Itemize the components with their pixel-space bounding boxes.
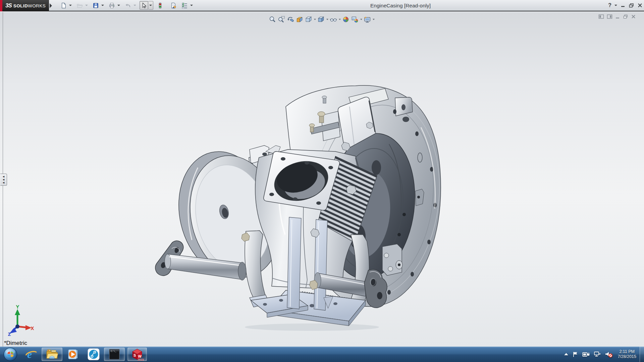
open-document-button[interactable] — [75, 1, 84, 10]
svg-text:2015: 2015 — [138, 358, 144, 361]
logo-mark: 3S — [5, 2, 12, 9]
solidworks-window: 3S SOLIDWORKS — [0, 0, 644, 362]
print-caret[interactable] — [116, 1, 121, 10]
restore-icon — [629, 3, 634, 8]
svg-text:e: e — [27, 348, 32, 360]
triad-x-label: X — [31, 326, 34, 331]
restore-button[interactable] — [629, 2, 634, 9]
print-button[interactable] — [107, 1, 116, 10]
undo-icon — [125, 2, 131, 9]
rebuild-button[interactable] — [156, 1, 164, 10]
system-tray: 2:11 PM 7/28/2015 — [562, 347, 644, 362]
close-button[interactable] — [637, 2, 643, 9]
file-properties-button[interactable] — [169, 1, 178, 10]
windows-taskbar: e — [0, 347, 644, 362]
minimize-icon — [620, 3, 626, 8]
print-icon — [109, 2, 115, 9]
select-tool-caret[interactable] — [148, 1, 153, 10]
save-button[interactable] — [91, 1, 100, 10]
save-icon — [93, 2, 99, 9]
svg-text:S: S — [133, 353, 136, 357]
taskbar-solidworks[interactable]: S W 2015 — [127, 348, 147, 361]
engine-casing-model[interactable] — [0, 12, 644, 347]
taskbar-internet-explorer[interactable]: e — [23, 347, 39, 362]
solidworks-2015-icon: S W 2015 — [130, 348, 144, 361]
network-status-icon[interactable] — [594, 351, 601, 357]
new-document-icon — [60, 2, 67, 9]
options-caret[interactable] — [189, 1, 194, 10]
chevron-up-icon — [564, 353, 569, 356]
internet-explorer-icon: e — [25, 348, 38, 361]
help-caret[interactable] — [614, 2, 617, 9]
triad-y-label: Y — [16, 305, 19, 309]
options-checklist-icon — [181, 2, 188, 9]
show-hidden-icons-button[interactable] — [564, 353, 569, 356]
taskbar-windows-explorer[interactable] — [42, 348, 62, 361]
close-icon — [637, 3, 643, 8]
help-button[interactable]: ? — [608, 2, 611, 9]
action-center-button[interactable] — [573, 351, 578, 357]
new-document-button[interactable] — [59, 1, 68, 10]
show-desktop-button[interactable] — [640, 347, 644, 362]
command-prompt-glyph: C:\_ — [111, 350, 116, 353]
connected-nodes-icon — [88, 348, 100, 360]
open-document-icon — [76, 2, 83, 9]
network-icon — [594, 351, 601, 357]
window-controls: ? — [608, 2, 643, 9]
intake-flange-plate[interactable] — [264, 152, 339, 210]
graphics-viewport[interactable]: ◀◀◀ — [0, 12, 644, 347]
file-properties-icon — [170, 2, 177, 9]
options-button[interactable] — [180, 1, 189, 10]
battery-plug-icon — [582, 352, 590, 357]
new-document-caret[interactable] — [68, 1, 73, 10]
windows-explorer-icon — [46, 349, 58, 360]
volume-muted-icon[interactable] — [605, 351, 613, 358]
taskbar-connected-nodes-app[interactable] — [86, 347, 101, 362]
document-title: EngineCasing [Read-only] — [370, 3, 431, 9]
save-caret[interactable] — [100, 1, 105, 10]
rebuild-stoplight-icon — [157, 2, 163, 9]
triad-z-label: Z — [8, 332, 11, 336]
taskbar-media-player[interactable] — [65, 347, 80, 362]
power-status-icon[interactable] — [582, 352, 590, 357]
tray-clock[interactable]: 2:11 PM 7/28/2015 — [618, 349, 636, 359]
logo-name: SOLIDWORKS — [13, 3, 46, 8]
taskbar-apps: e — [0, 347, 147, 362]
title-bar: 3S SOLIDWORKS — [0, 0, 644, 11]
start-button[interactable] — [3, 347, 18, 362]
main-toolbar — [59, 1, 194, 10]
undo-caret[interactable] — [132, 1, 137, 10]
select-tool-button[interactable] — [140, 1, 148, 10]
view-orientation-label: *Dimetric — [4, 340, 27, 347]
select-cursor-icon — [141, 2, 147, 9]
minimize-button[interactable] — [620, 2, 626, 9]
speaker-mute-icon — [605, 351, 613, 358]
menu-flyout-arrow-icon[interactable] — [50, 3, 52, 8]
clock-date: 7/28/2015 — [618, 354, 636, 359]
flag-icon — [573, 351, 578, 357]
orientation-triad: Y X Z — [4, 305, 34, 336]
solidworks-logo[interactable]: 3S SOLIDWORKS — [0, 0, 49, 11]
media-player-icon — [67, 348, 79, 360]
logo-red-stripe — [0, 0, 2, 11]
windows-start-icon — [3, 347, 17, 361]
clock-time: 2:11 PM — [618, 349, 636, 354]
taskbar-command-prompt[interactable]: C:\_ — [104, 348, 125, 361]
undo-button[interactable] — [123, 1, 132, 10]
open-document-caret[interactable] — [84, 1, 89, 10]
